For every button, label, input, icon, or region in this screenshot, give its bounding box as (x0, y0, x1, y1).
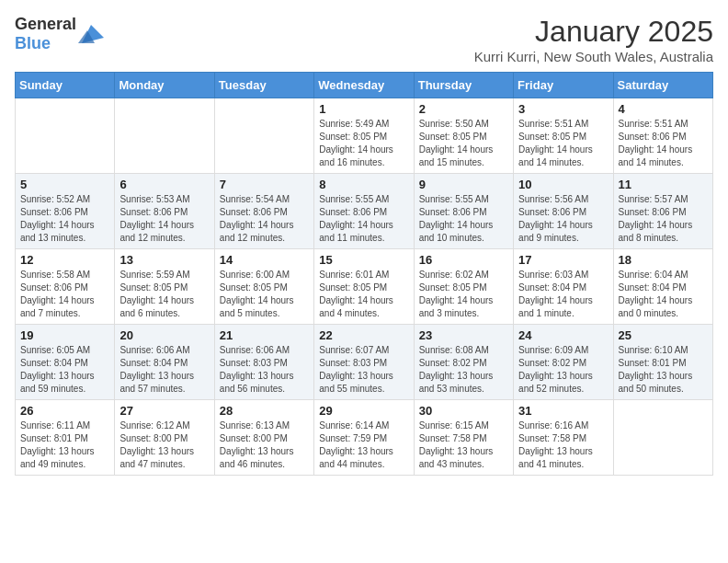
calendar-cell: 17Sunrise: 6:03 AM Sunset: 8:04 PM Dayli… (514, 249, 613, 325)
calendar-cell: 24Sunrise: 6:09 AM Sunset: 8:02 PM Dayli… (514, 325, 613, 400)
day-number: 8 (319, 178, 408, 191)
calendar-cell: 27Sunrise: 6:12 AM Sunset: 8:00 PM Dayli… (115, 400, 214, 476)
day-number: 18 (619, 253, 708, 267)
calendar-week-row: 5Sunrise: 5:52 AM Sunset: 8:06 PM Daylig… (16, 174, 713, 249)
calendar-cell: 11Sunrise: 5:57 AM Sunset: 8:06 PM Dayli… (613, 174, 712, 249)
day-info: Sunrise: 5:51 AM Sunset: 8:06 PM Dayligh… (619, 118, 708, 169)
calendar-header-row: SundayMondayTuesdayWednesdayThursdayFrid… (16, 73, 713, 98)
day-number: 22 (319, 328, 408, 342)
day-info: Sunrise: 5:52 AM Sunset: 8:06 PM Dayligh… (20, 193, 109, 245)
calendar-cell: 28Sunrise: 6:13 AM Sunset: 8:00 PM Dayli… (214, 400, 313, 476)
col-header-sunday: Sunday (16, 73, 115, 98)
day-number: 1 (319, 102, 408, 116)
day-number: 23 (419, 328, 508, 342)
day-info: Sunrise: 5:49 AM Sunset: 8:05 PM Dayligh… (319, 118, 408, 169)
day-number: 6 (119, 178, 209, 191)
day-number: 25 (619, 328, 708, 342)
day-info: Sunrise: 6:12 AM Sunset: 8:00 PM Dayligh… (119, 419, 209, 471)
calendar-cell: 23Sunrise: 6:08 AM Sunset: 8:02 PM Dayli… (414, 325, 513, 400)
calendar-cell: 10Sunrise: 5:56 AM Sunset: 8:06 PM Dayli… (514, 174, 613, 249)
logo: General Blue (15, 15, 104, 53)
calendar-cell: 8Sunrise: 5:55 AM Sunset: 8:06 PM Daylig… (314, 174, 414, 249)
calendar-cell: 31Sunrise: 6:16 AM Sunset: 7:58 PM Dayli… (514, 400, 613, 476)
calendar-cell (16, 98, 115, 174)
calendar-cell: 7Sunrise: 5:54 AM Sunset: 8:06 PM Daylig… (214, 174, 313, 249)
day-number: 2 (419, 102, 508, 116)
location-title: Kurri Kurri, New South Wales, Australia (474, 49, 713, 64)
day-number: 16 (419, 253, 508, 267)
col-header-friday: Friday (514, 73, 613, 98)
col-header-monday: Monday (115, 73, 214, 98)
calendar-cell: 20Sunrise: 6:06 AM Sunset: 8:04 PM Dayli… (115, 325, 214, 400)
calendar-cell: 5Sunrise: 5:52 AM Sunset: 8:06 PM Daylig… (16, 174, 115, 249)
calendar-cell: 16Sunrise: 6:02 AM Sunset: 8:05 PM Dayli… (414, 249, 513, 325)
calendar-week-row: 26Sunrise: 6:11 AM Sunset: 8:01 PM Dayli… (16, 400, 713, 476)
day-number: 5 (20, 178, 109, 191)
calendar-cell: 25Sunrise: 6:10 AM Sunset: 8:01 PM Dayli… (613, 325, 712, 400)
calendar-cell (613, 400, 712, 476)
calendar-cell: 18Sunrise: 6:04 AM Sunset: 8:04 PM Dayli… (613, 249, 712, 325)
day-info: Sunrise: 6:14 AM Sunset: 7:59 PM Dayligh… (319, 419, 408, 471)
page-header: General Blue January 2025 Kurri Kurri, N… (15, 15, 713, 64)
calendar-cell: 15Sunrise: 6:01 AM Sunset: 8:05 PM Dayli… (314, 249, 414, 325)
day-info: Sunrise: 6:04 AM Sunset: 8:04 PM Dayligh… (619, 269, 708, 320)
calendar-cell: 26Sunrise: 6:11 AM Sunset: 8:01 PM Dayli… (16, 400, 115, 476)
day-number: 24 (518, 328, 608, 342)
calendar-cell: 2Sunrise: 5:50 AM Sunset: 8:05 PM Daylig… (414, 98, 513, 174)
day-info: Sunrise: 6:02 AM Sunset: 8:05 PM Dayligh… (419, 269, 508, 320)
day-number: 3 (518, 102, 608, 116)
day-number: 14 (220, 253, 309, 267)
calendar-cell: 29Sunrise: 6:14 AM Sunset: 7:59 PM Dayli… (314, 400, 414, 476)
day-number: 28 (220, 404, 309, 418)
day-info: Sunrise: 5:57 AM Sunset: 8:06 PM Dayligh… (619, 193, 708, 245)
day-number: 26 (20, 404, 109, 418)
day-info: Sunrise: 5:58 AM Sunset: 8:06 PM Dayligh… (20, 269, 109, 320)
day-number: 21 (220, 328, 309, 342)
title-block: January 2025 Kurri Kurri, New South Wale… (474, 15, 713, 64)
day-info: Sunrise: 5:50 AM Sunset: 8:05 PM Dayligh… (419, 118, 508, 169)
logo-icon (78, 21, 104, 47)
calendar-cell: 1Sunrise: 5:49 AM Sunset: 8:05 PM Daylig… (314, 98, 414, 174)
day-number: 13 (119, 253, 209, 267)
day-number: 9 (419, 178, 508, 191)
day-info: Sunrise: 5:54 AM Sunset: 8:06 PM Dayligh… (220, 193, 309, 245)
day-info: Sunrise: 6:10 AM Sunset: 8:01 PM Dayligh… (619, 344, 708, 396)
day-info: Sunrise: 5:51 AM Sunset: 8:05 PM Dayligh… (518, 118, 608, 169)
day-info: Sunrise: 6:03 AM Sunset: 8:04 PM Dayligh… (518, 269, 608, 320)
day-number: 12 (20, 253, 109, 267)
day-info: Sunrise: 6:15 AM Sunset: 7:58 PM Dayligh… (419, 419, 508, 471)
day-info: Sunrise: 6:11 AM Sunset: 8:01 PM Dayligh… (20, 419, 109, 471)
calendar-cell: 9Sunrise: 5:55 AM Sunset: 8:06 PM Daylig… (414, 174, 513, 249)
day-info: Sunrise: 5:55 AM Sunset: 8:06 PM Dayligh… (419, 193, 508, 245)
calendar-week-row: 12Sunrise: 5:58 AM Sunset: 8:06 PM Dayli… (16, 249, 713, 325)
day-number: 7 (220, 178, 309, 191)
day-info: Sunrise: 5:59 AM Sunset: 8:05 PM Dayligh… (119, 269, 209, 320)
day-info: Sunrise: 5:55 AM Sunset: 8:06 PM Dayligh… (319, 193, 408, 245)
day-info: Sunrise: 6:09 AM Sunset: 8:02 PM Dayligh… (518, 344, 608, 396)
col-header-thursday: Thursday (414, 73, 513, 98)
calendar-week-row: 1Sunrise: 5:49 AM Sunset: 8:05 PM Daylig… (16, 98, 713, 174)
logo-blue: Blue (15, 34, 51, 52)
calendar-cell (115, 98, 214, 174)
day-number: 11 (619, 178, 708, 191)
day-info: Sunrise: 5:53 AM Sunset: 8:06 PM Dayligh… (119, 193, 209, 245)
calendar-cell: 30Sunrise: 6:15 AM Sunset: 7:58 PM Dayli… (414, 400, 513, 476)
day-number: 15 (319, 253, 408, 267)
day-number: 10 (518, 178, 608, 191)
calendar-cell: 3Sunrise: 5:51 AM Sunset: 8:05 PM Daylig… (514, 98, 613, 174)
day-number: 19 (20, 328, 109, 342)
day-number: 4 (619, 102, 708, 116)
calendar-cell: 12Sunrise: 5:58 AM Sunset: 8:06 PM Dayli… (16, 249, 115, 325)
col-header-tuesday: Tuesday (214, 73, 313, 98)
col-header-wednesday: Wednesday (314, 73, 414, 98)
day-number: 27 (119, 404, 209, 418)
calendar-cell: 22Sunrise: 6:07 AM Sunset: 8:03 PM Dayli… (314, 325, 414, 400)
day-info: Sunrise: 6:06 AM Sunset: 8:03 PM Dayligh… (220, 344, 309, 396)
col-header-saturday: Saturday (613, 73, 712, 98)
day-number: 30 (419, 404, 508, 418)
day-number: 29 (319, 404, 408, 418)
calendar-cell: 13Sunrise: 5:59 AM Sunset: 8:05 PM Dayli… (115, 249, 214, 325)
day-info: Sunrise: 6:01 AM Sunset: 8:05 PM Dayligh… (319, 269, 408, 320)
month-title: January 2025 (474, 15, 713, 49)
calendar-cell: 14Sunrise: 6:00 AM Sunset: 8:05 PM Dayli… (214, 249, 313, 325)
